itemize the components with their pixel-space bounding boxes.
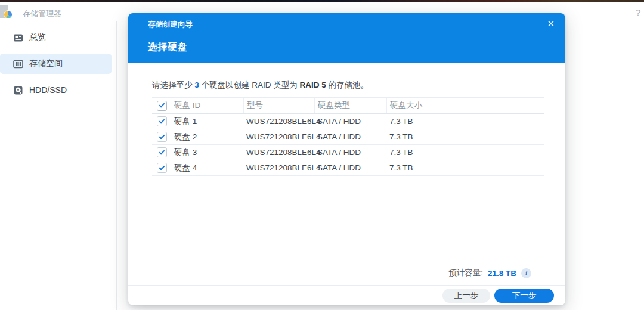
dialog-footer: 上一步 下一步 [128, 285, 565, 305]
column-header-disk-id[interactable]: 硬盘 ID [171, 98, 243, 113]
disk-id: 硬盘 2 [171, 132, 243, 142]
disk-id: 硬盘 4 [171, 163, 243, 173]
table-row[interactable]: 硬盘 3 WUS721208BLE6L4 SATA / HDD 7.3 TB [152, 145, 544, 160]
dialog-header: 存储创建向导 ✕ 选择硬盘 [128, 13, 565, 63]
row-checkbox-cell [152, 163, 171, 173]
disk-id: 硬盘 3 [171, 147, 243, 158]
select-all-checkbox[interactable] [157, 101, 167, 111]
next-step-button[interactable]: 下一步 [494, 289, 554, 303]
close-icon[interactable]: ✕ [547, 18, 555, 30]
sidebar: 总览 存储空间 HDD/SSD [0, 21, 117, 310]
capacity-divider [153, 261, 544, 261]
step-heading: 选择硬盘 [148, 41, 187, 54]
help-icon[interactable]: ? [636, 7, 644, 17]
table-header-row: 硬盘 ID 型号 硬盘类型 硬盘大小 [152, 98, 544, 114]
column-header-model[interactable]: 型号 [243, 98, 314, 113]
column-header-spacer [537, 98, 544, 113]
sidebar-item-hdd-ssd[interactable]: HDD/SSD [0, 80, 112, 100]
capacity-label: 预计容量: [448, 268, 483, 278]
checkmark-icon [159, 148, 165, 154]
disk-model: WUS721208BLE6L4 [243, 117, 314, 126]
app-title: 存储管理器 [23, 8, 61, 19]
min-disk-count: 3 [194, 80, 199, 89]
row-checkbox[interactable] [157, 147, 167, 157]
disk-size: 7.3 TB [386, 132, 537, 141]
checkmark-icon [159, 117, 165, 123]
raid-type: RAID 5 [300, 80, 326, 89]
capacity-value: 21.8 TB [488, 269, 516, 278]
overview-icon [13, 33, 23, 43]
dialog-body: 请选择至少 3 个硬盘以创建 RAID 类型为 RAID 5 的存储池。 硬盘 … [128, 63, 565, 305]
storage-pool-icon [13, 59, 23, 69]
sidebar-item-storage-pool[interactable]: 存储空间 [0, 54, 112, 74]
table-row[interactable]: 硬盘 4 WUS721208BLE6L4 SATA / HDD 7.3 TB [152, 160, 544, 176]
disk-size: 7.3 TB [386, 163, 537, 172]
sidebar-item-label: 总览 [29, 32, 46, 43]
sidebar-item-overview[interactable]: 总览 [0, 27, 112, 48]
disk-type: SATA / HDD [314, 148, 386, 157]
instruction-prefix: 请选择至少 [152, 80, 194, 89]
checkmark-icon [159, 164, 165, 170]
instruction-suffix: 的存储池。 [326, 80, 369, 89]
sidebar-item-label: 存储空间 [29, 58, 63, 69]
storage-creation-wizard-dialog: 存储创建向导 ✕ 选择硬盘 请选择至少 3 个硬盘以创建 RAID 类型为 RA… [128, 13, 565, 305]
disk-icon [13, 85, 23, 95]
table-row[interactable]: 硬盘 1 WUS721208BLE6L4 SATA / HDD 7.3 TB [152, 114, 544, 129]
row-checkbox[interactable] [157, 132, 167, 142]
disk-type: SATA / HDD [314, 132, 386, 141]
estimated-capacity: 预计容量: 21.8 TB i [448, 268, 531, 278]
checkmark-icon [159, 133, 165, 139]
row-checkbox[interactable] [157, 116, 167, 126]
row-checkbox-cell [152, 147, 171, 157]
checkmark-icon [159, 102, 165, 108]
sidebar-item-label: HDD/SSD [29, 85, 67, 95]
disk-type: SATA / HDD [314, 117, 386, 126]
disk-id: 硬盘 1 [171, 116, 243, 127]
disk-model: WUS721208BLE6L4 [243, 163, 314, 172]
dialog-title: 存储创建向导 [148, 20, 193, 30]
row-checkbox-cell [152, 132, 171, 142]
row-checkbox[interactable] [157, 163, 167, 173]
column-header-disk-size[interactable]: 硬盘大小 [386, 98, 537, 113]
disk-size: 7.3 TB [386, 117, 537, 126]
disk-table: 硬盘 ID 型号 硬盘类型 硬盘大小 硬盘 1 WUS721208BLE6L4 … [152, 97, 544, 176]
disk-type: SATA / HDD [314, 163, 386, 172]
instruction-text: 请选择至少 3 个硬盘以创建 RAID 类型为 RAID 5 的存储池。 [152, 80, 369, 91]
instruction-middle: 个硬盘以创建 RAID 类型为 [199, 80, 300, 89]
row-checkbox-cell [152, 116, 171, 126]
disk-model: WUS721208BLE6L4 [243, 148, 314, 157]
header-checkbox-cell [152, 98, 171, 113]
info-icon[interactable]: i [521, 268, 531, 278]
table-row[interactable]: 硬盘 2 WUS721208BLE6L4 SATA / HDD 7.3 TB [152, 129, 544, 145]
disk-model: WUS721208BLE6L4 [243, 132, 314, 141]
disk-size: 7.3 TB [386, 148, 537, 157]
storage-manager-app-icon [0, 5, 12, 19]
column-header-disk-type[interactable]: 硬盘类型 [314, 98, 386, 113]
pie-chart-icon [4, 10, 13, 19]
previous-step-button[interactable]: 上一步 [442, 289, 490, 303]
